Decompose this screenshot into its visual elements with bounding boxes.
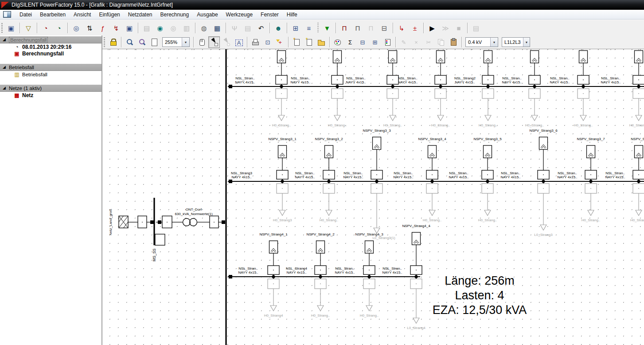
contingency-compare-icon[interactable]: Π	[351, 22, 364, 34]
insert-plot-icon[interactable]: +	[274, 36, 286, 48]
user-settings-icon[interactable]: ☻	[272, 22, 285, 34]
open-graphic-icon[interactable]	[316, 36, 327, 48]
sidebar-item[interactable]: ◔08.01.2013 20:29:16	[0, 44, 101, 50]
zoom-all-icon[interactable]	[148, 36, 160, 48]
voltage-combo[interactable]: 0.4 kV▼	[465, 37, 498, 47]
feeder-unit[interactable]: NSPV_Strang4_1H0_Strang4	[259, 232, 288, 318]
cable-label[interactable]: NSL_Stran..NAYY 4x15..	[398, 76, 418, 84]
cable-label[interactable]: NSL_Stran..NAYY 4x15..	[382, 267, 402, 274]
feeder-unit[interactable]: NSPV_Strang3_3L0_Strang3(1)	[363, 129, 395, 240]
cable-label[interactable]: NSL_Stran..NAYY 4x15..	[449, 171, 468, 179]
menu-item-datei[interactable]: Datei	[16, 11, 36, 19]
cable-label[interactable]: NSL_Stran..NAYY 4x15..	[502, 76, 522, 84]
save-data-icon[interactable]: ▦	[211, 22, 223, 34]
zoom-back-icon[interactable]	[136, 36, 148, 48]
graphic-options-icon[interactable]	[332, 36, 343, 48]
zoom-level-combo-dropdown-icon[interactable]: ▼	[182, 38, 189, 47]
new-graphic-icon[interactable]: *	[291, 36, 302, 48]
sum-icon[interactable]: Σ	[344, 36, 356, 48]
short-circuit-icon[interactable]: ƒ	[97, 22, 109, 34]
cable-label[interactable]: NSL_Stran..NAYY 4x15..	[605, 171, 625, 179]
open-data-manager-icon[interactable]: ▣	[123, 22, 136, 34]
select-cursor-icon[interactable]	[208, 36, 220, 48]
phases-combo-dropdown-icon[interactable]: ▼	[523, 38, 530, 47]
run-simulation-icon[interactable]: ▶	[426, 22, 438, 34]
annotation-select-icon[interactable]: A	[233, 36, 245, 48]
sidebar-section-header[interactable]: ◢Berechnungsfall	[0, 36, 101, 43]
cable-label[interactable]: NSL_Stran..NAYY 4x15..	[500, 171, 520, 179]
cable-label[interactable]: NSL_Strang2NAYY 4x15..	[454, 76, 476, 84]
feeder-unit[interactable]: H0_Strang..	[525, 51, 544, 127]
feeder-unit[interactable]: NSPV_Strang3_2H0_Strang..	[315, 137, 343, 222]
cable-label[interactable]: NSL_Stran..NAYY 4x15..	[335, 267, 355, 274]
cable-label[interactable]: NSL_Stran..NAYY 4x15..	[238, 267, 258, 274]
add-variable-icon[interactable]: ±	[409, 22, 421, 34]
zoom-level-combo[interactable]: 255%▼	[162, 37, 190, 47]
data-manager-window-icon[interactable]: ⊞	[289, 22, 302, 34]
title-block-icon[interactable]: ⊡	[262, 36, 273, 48]
collapse-triangle-icon[interactable]: ◢	[3, 38, 6, 42]
sidebar-item[interactable]: ▣Berechnungsfall	[0, 51, 101, 57]
menu-item-werkzeuge[interactable]: Werkzeuge	[222, 11, 257, 19]
cable-label[interactable]: NSL_Stran..NAYY 4x15..	[346, 76, 366, 84]
annotation-text[interactable]: Länge: 256mLasten: 4EZA: 12,5/30 kVA	[433, 274, 527, 317]
network-data-icon[interactable]: ⇅	[83, 22, 96, 34]
feeder-unit[interactable]: H0_Strang..	[272, 51, 291, 127]
toolbar-grip[interactable]	[104, 37, 105, 47]
collapse-triangle-icon[interactable]: ◢	[3, 86, 6, 90]
menu-item-ansicht[interactable]: Ansicht	[70, 11, 95, 19]
filter-icon[interactable]: ▼	[321, 22, 333, 34]
cable-label[interactable]: NSL_Strang3NAYY 4x15..	[231, 171, 253, 179]
legend-icon[interactable]	[382, 36, 393, 48]
calculation-table-icon[interactable]: ⊟	[378, 22, 390, 34]
load-flow-icon[interactable]: ↯	[110, 22, 122, 34]
output-window-icon[interactable]: ≡	[303, 22, 315, 34]
feeder-unit[interactable]: H0_Strang..	[629, 51, 644, 127]
menu-item-fenster[interactable]: Fenster	[257, 11, 283, 19]
feeder-unit[interactable]: NSPV_Strang3_1H0_Strang3	[268, 137, 297, 222]
toolbar-grip[interactable]	[1, 23, 3, 33]
feeder-unit[interactable]: NSPV_Strang3_6L0_Strang3	[529, 129, 558, 237]
cable-label[interactable]: NSL_Stran..NAYY 4x15..	[557, 171, 577, 179]
undo-icon[interactable]: ↶	[255, 22, 267, 34]
layers-icon[interactable]: ⊞	[369, 36, 381, 48]
cable-label[interactable]: NSL_Stran..NAYY 4x15..	[343, 171, 363, 179]
characteristics-icon[interactable]: ↳	[395, 22, 408, 34]
cable-label[interactable]: NSL_Stran..NAYY 4x15..	[295, 171, 315, 179]
single-line-diagram[interactable]: NSL_Stran..NAYY 4x15..NSL_Stran..NAYY 4x…	[102, 49, 644, 345]
menu-item-bearbeiten[interactable]: Bearbeiten	[36, 11, 70, 19]
feeder-unit[interactable]: NSPV_Strang4_2H0_Strang..	[306, 232, 335, 318]
document-window-icon[interactable]	[3, 11, 11, 18]
feeder-unit[interactable]: H0_Strang..	[479, 51, 498, 127]
mv-infeed-section[interactable]: Netz_Land_großMS_SSONT_Dorf630_kVA_Normw…	[109, 198, 225, 261]
recalculation-time-icon[interactable]: ◔	[53, 22, 65, 34]
menu-item-ausgabe[interactable]: Ausgabe	[193, 11, 222, 19]
paste-icon[interactable]	[448, 36, 459, 48]
feeder-row-strang4[interactable]: NSL_Stran..NAYY 4x15..NSL_Strang4NAYY 4x…	[228, 224, 430, 330]
cable-label[interactable]: NSL_Stran..NAYY 4x15..	[550, 76, 570, 84]
update-database-icon[interactable]: ◍	[198, 22, 210, 34]
zoom-in-icon[interactable]	[124, 36, 135, 48]
new-page-icon[interactable]: *	[303, 36, 315, 48]
feeder-unit[interactable]: NSPV_Strang3_5H0_Strang..	[473, 137, 502, 222]
sidebar-item[interactable]: ▥Betriebsfall	[0, 71, 101, 78]
menu-item-einfügen[interactable]: Einfügen	[95, 11, 124, 19]
cable-label[interactable]: NSL_Stran..NAYY 4x15..	[601, 76, 621, 84]
edit-objects-icon[interactable]: ◉	[154, 22, 166, 34]
collapse-triangle-icon[interactable]: ◢	[3, 65, 6, 69]
feeder-unit[interactable]: H0_Strang..	[328, 51, 347, 127]
new-study-case-icon[interactable]: ▣	[5, 22, 17, 34]
contingency-nk-icon[interactable]: Π	[338, 22, 351, 34]
menu-item-berechnung[interactable]: Berechnung	[156, 11, 193, 19]
feeder-unit[interactable]: NSPV_StranH0_Stran..	[630, 137, 644, 222]
freeze-mode-icon[interactable]	[107, 36, 119, 48]
date-filter-icon[interactable]: ▽	[22, 22, 35, 34]
feeder-unit[interactable]: H0_Strang..	[574, 51, 593, 127]
feeder-row-strang3[interactable]: NSL_Strang3NAYY 4x15..NSL_Stran..NAYY 4x…	[228, 129, 644, 240]
sidebar-section-header[interactable]: ◢Betriebsfall	[0, 64, 101, 71]
feeder-unit[interactable]: NSPV_Strang3_4H0_Strang..	[418, 137, 446, 222]
feeder-unit[interactable]: H0_Strang..	[383, 51, 402, 127]
table-icon[interactable]: ⊟	[357, 36, 368, 48]
cable-label[interactable]: NSL_Stran..NAYY 4x15..	[290, 76, 310, 84]
edit-relevant-objects-icon[interactable]: ◎	[70, 22, 82, 34]
